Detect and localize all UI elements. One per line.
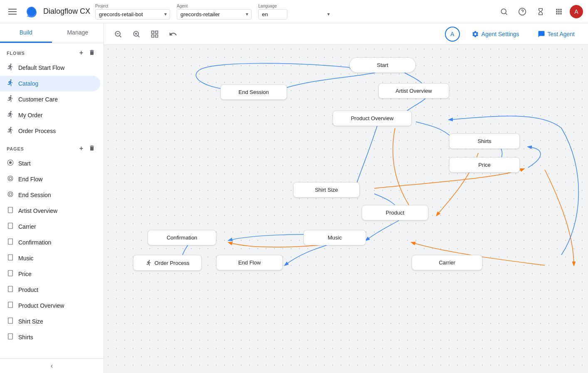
node-label-artist-overview: Artist Overview (395, 88, 432, 94)
collapse-icon: ‹ (51, 362, 53, 370)
svg-rect-16 (8, 302, 13, 308)
node-label-music: Music (328, 235, 342, 241)
flow-node-shirt-size[interactable]: Shirt Size (293, 182, 360, 198)
sidebar-item-product[interactable]: Product (0, 282, 100, 298)
delete-page-icon[interactable] (87, 144, 97, 154)
sidebar-item-carrier[interactable]: Carrier (0, 219, 100, 235)
svg-point-8 (8, 192, 13, 197)
sidebar-item-my-order[interactable]: My Order (0, 107, 100, 123)
sidebar-item-default-start-flow[interactable]: Default Start Flow (0, 60, 100, 76)
test-agent-button[interactable]: Test Agent (531, 28, 581, 40)
app-title: Dialogflow CX (43, 7, 90, 16)
svg-rect-15 (8, 286, 13, 292)
node-label-product: Product (386, 210, 405, 216)
add-flow-icon[interactable]: + (78, 48, 85, 58)
node-label-price: Price (478, 162, 491, 168)
sidebar-item-shirts[interactable]: Shirts (0, 329, 100, 345)
dialogflow-logo (25, 5, 38, 18)
sidebar-item-order-process[interactable]: Order Process (0, 123, 100, 139)
user-avatar[interactable]: A (570, 5, 583, 18)
flow-node-product-overview[interactable]: Product Overview (333, 111, 412, 126)
sidebar-item-end-session[interactable]: End Session (0, 187, 100, 203)
page-label-music: Music (18, 255, 34, 262)
flow-node-shirts[interactable]: Shirts (449, 133, 520, 149)
sidebar-item-product-overview[interactable]: Product Overview (0, 298, 100, 314)
sidebar-item-shirt-size[interactable]: Shirt Size (0, 314, 100, 329)
svg-line-20 (120, 35, 121, 37)
sidebar-item-customer-care[interactable]: Customer Care (0, 91, 100, 107)
page-icon-confirmation (7, 238, 14, 247)
flow-icon-order-process (7, 126, 14, 136)
page-icon-end-flow (7, 175, 14, 184)
search-button[interactable] (497, 4, 511, 19)
hamburger-icon (5, 5, 20, 18)
project-select[interactable]: grecords-retail-bot (95, 9, 170, 20)
menu-button[interactable] (5, 4, 20, 19)
node-label-product-overview: Product Overview (351, 115, 394, 121)
svg-line-23 (138, 35, 140, 37)
sidebar-item-end-flow[interactable]: End Flow (0, 171, 100, 187)
canvas-toolbar-left (111, 27, 180, 42)
flow-node-end-session[interactable]: End Session (220, 84, 287, 100)
project-dropdown-wrapper: grecords-retail-bot (95, 9, 170, 20)
undo-button[interactable] (166, 27, 180, 42)
topbar-dropdowns: Project grecords-retail-bot Agent grecor… (95, 4, 492, 20)
page-icon-product-overview (7, 301, 14, 310)
node-label-end-flow: End Flow (238, 259, 261, 266)
page-icon-end-session (7, 190, 14, 200)
apps-button[interactable] (551, 4, 566, 19)
language-dropdown-wrapper: en (258, 9, 333, 20)
tab-bar: Build Manage (0, 23, 104, 43)
sidebar-item-artist-overview[interactable]: Artist Overview (0, 203, 100, 219)
node-label-start: Start (377, 62, 388, 68)
pages-list: Start End Flow End Session Artist Overvi… (0, 156, 104, 345)
agent-avatar[interactable]: A (445, 27, 460, 42)
topbar-right: A (497, 4, 583, 19)
svg-point-0 (501, 9, 506, 14)
fit-view-button[interactable] (147, 27, 162, 42)
flow-node-confirmation[interactable]: Confirmation (148, 230, 216, 245)
agent-settings-button[interactable]: Agent Settings (465, 28, 526, 40)
flow-node-price[interactable]: Price (449, 157, 520, 173)
add-page-icon[interactable]: + (78, 144, 85, 154)
delete-flow-icon[interactable] (87, 48, 97, 58)
pages-label: PAGES (7, 146, 24, 151)
flow-node-order-process[interactable]: Order Process (133, 255, 202, 271)
project-dropdown-group: Project grecords-retail-bot (95, 4, 170, 20)
zoom-in-button[interactable] (129, 27, 144, 42)
page-icon-music (7, 254, 14, 263)
flow-node-carrier[interactable]: Carrier (412, 255, 482, 270)
svg-rect-29 (152, 35, 154, 37)
hourglass-button[interactable] (533, 4, 548, 19)
agent-select[interactable]: grecords-retailer (177, 9, 252, 20)
flow-node-artist-overview[interactable]: Artist Overview (378, 83, 449, 99)
flow-node-start[interactable]: Start (349, 57, 416, 73)
sidebar-item-price[interactable]: Price (0, 266, 100, 282)
svg-rect-26 (152, 31, 154, 33)
collapse-sidebar-button[interactable]: ‹ (0, 358, 104, 373)
flow-node-end-flow[interactable]: End Flow (216, 255, 283, 270)
flow-node-product[interactable]: Product (362, 205, 428, 220)
sidebar-item-catalog[interactable]: Catalog (0, 76, 100, 91)
flows-icons: + (78, 48, 97, 58)
node-label-order-process: Order Process (155, 260, 190, 266)
language-label: Language (258, 4, 333, 8)
sidebar-item-confirmation[interactable]: Confirmation (0, 235, 100, 250)
tab-build[interactable]: Build (0, 23, 52, 43)
agent-settings-label: Agent Settings (482, 31, 519, 37)
sidebar: Build Manage FLOWS + Default Start Flow … (0, 23, 104, 373)
page-label-product-overview: Product Overview (18, 302, 64, 309)
flow-node-music[interactable]: Music (304, 230, 366, 245)
sidebar-item-music[interactable]: Music (0, 250, 100, 266)
help-button[interactable] (515, 4, 530, 19)
zoom-out-button[interactable] (111, 27, 126, 42)
sidebar-item-start[interactable]: Start (0, 156, 100, 171)
language-select[interactable]: en (258, 9, 287, 20)
flow-canvas[interactable]: StartEnd SessionArtist OverviewProduct O… (104, 45, 588, 373)
svg-rect-12 (8, 239, 13, 245)
page-icon-price (7, 269, 14, 279)
topbar: Dialogflow CX Project grecords-retail-bo… (0, 0, 588, 23)
tab-manage[interactable]: Manage (52, 23, 104, 43)
flows-label: FLOWS (7, 51, 25, 56)
page-icon-product (7, 285, 14, 294)
